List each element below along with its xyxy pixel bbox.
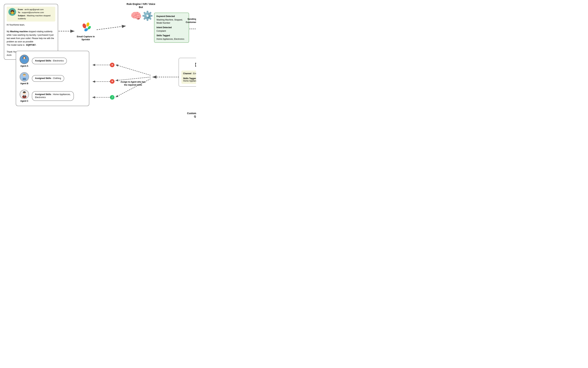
csq-skills-value: Home Appliances, Electronics xyxy=(183,80,196,82)
csq-box: ✉ Channel : Email Skills Tagged Home App… xyxy=(179,58,196,87)
channel-value: Email xyxy=(193,72,196,75)
agent-b-row: Agent B Assigned Skills : Clothing xyxy=(20,72,85,85)
email-header: 👧 From : archi.agr@gmail.com To : suppor… xyxy=(7,7,55,21)
email-fields: From : archi.agr@gmail.com To : support@… xyxy=(18,8,54,20)
csq-inner: Channel : Email Skills Tagged Home Appli… xyxy=(181,71,196,84)
csq-footer-label: Customer SupportQueue xyxy=(182,112,196,118)
sprinklr-box: Email Capture in Sprinklr xyxy=(75,21,96,41)
agent-a-col: Agent A xyxy=(20,55,29,67)
reject-agent-b: ✕ xyxy=(110,79,114,84)
sender-avatar: 👧 xyxy=(9,8,16,16)
svg-rect-7 xyxy=(23,58,23,59)
to-value: support@yourhome.com xyxy=(22,11,44,13)
agent-b-col: Agent B xyxy=(20,72,29,85)
svg-point-5 xyxy=(22,60,27,63)
svg-point-0 xyxy=(82,23,87,29)
agent-a-row: Agent A Assigned Skills : Electronics xyxy=(20,55,85,67)
skills-tagged-title: Skills Tagged xyxy=(156,34,187,37)
sending-email-label: Sending Email case to Customer Support Q… xyxy=(185,18,196,24)
keyword-box: Keyword Detected Washing Machine, Stoppe… xyxy=(154,13,189,43)
envelope-icon: ✉ xyxy=(181,61,196,69)
sprinklr-logo xyxy=(75,21,96,35)
agent-c-skill: Assigned Skills : Home Appliances,Electr… xyxy=(32,91,74,101)
agent-b-skill: Assigned Skills : Clothing xyxy=(32,75,64,82)
svg-rect-11 xyxy=(23,78,26,80)
agent-a-name: Agent A xyxy=(20,65,28,67)
from-label: From xyxy=(18,9,23,10)
accept-agent-c: ✓ xyxy=(110,95,114,100)
channel-label: Channel xyxy=(183,72,191,75)
intent-value: Complaint xyxy=(156,29,187,33)
subject-label: Subject xyxy=(18,15,25,17)
diagram: 👧 From : archi.agr@gmail.com To : suppor… xyxy=(0,0,196,123)
svg-line-23 xyxy=(116,65,151,75)
keywords: Washing Machine, Stopped, Model Number xyxy=(156,18,187,25)
agent-c-avatar xyxy=(20,90,29,99)
assign-label: Assign to Agent who hasthe required skil… xyxy=(119,81,147,86)
svg-rect-12 xyxy=(22,80,26,80)
reject-agent-a: ✕ xyxy=(110,63,114,67)
agent-c-col: Agent C xyxy=(20,90,29,102)
agent-a-skill: Assigned Skills : Electronics xyxy=(32,58,67,64)
agent-b-name: Agent B xyxy=(20,82,28,85)
svg-line-24 xyxy=(116,77,151,81)
svg-rect-8 xyxy=(25,58,26,59)
agents-box: Agent A Assigned Skills : Electronics xyxy=(16,51,89,106)
intent-title: Intent Detected xyxy=(156,26,187,29)
from-value: archi.agr@gmail.com xyxy=(25,9,44,10)
to-label: To xyxy=(18,11,20,13)
sprinklr-label: Email Capture in Sprinklr xyxy=(75,35,96,41)
agent-c-row: Agent C Assigned Skills : Home Appliance… xyxy=(20,90,85,102)
csq-skills-label: Skills Tagged xyxy=(183,77,196,80)
skills-tagged-value: Home Appliances, Electronics xyxy=(156,37,187,41)
agent-b-avatar xyxy=(20,72,29,82)
svg-line-19 xyxy=(97,26,126,30)
agent-a-avatar xyxy=(20,55,29,64)
brain-icon: 🧠⚙️ xyxy=(130,10,153,21)
rule-engine-label: Rule Engine / IVR / Voice Bot xyxy=(126,2,156,9)
keyword-title: Keyword Detected xyxy=(156,15,187,18)
agent-c-name: Agent C xyxy=(20,100,28,102)
